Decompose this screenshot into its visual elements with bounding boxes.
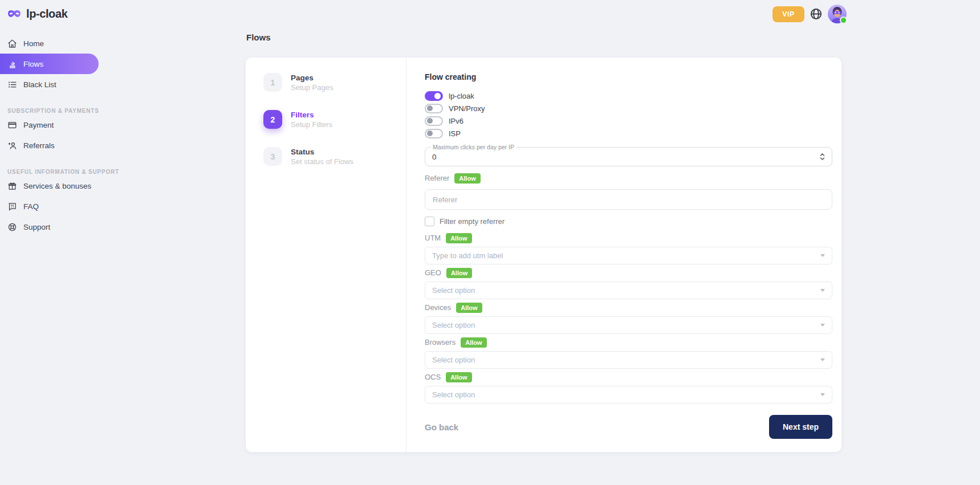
referer-allow-badge[interactable]: Allow (454, 173, 480, 184)
wizard-actions: Go back Next step (425, 415, 832, 439)
referral-user-icon (7, 141, 17, 150)
vpn-proxy-toggle[interactable] (425, 104, 443, 113)
toggle-knob (427, 118, 433, 124)
credit-card-icon (7, 120, 17, 130)
utm-select[interactable]: Type to add utm label (425, 247, 832, 264)
filter-group-geo: GEO Allow Select option (425, 267, 832, 299)
topbar-right: VIP (772, 5, 847, 23)
panel-title: Flow creating (425, 72, 832, 82)
devices-label: Devices (425, 303, 451, 312)
avatar[interactable] (828, 5, 847, 23)
sidebar-item-label: Payment (23, 121, 54, 129)
browsers-select-placeholder: Select option (432, 356, 475, 364)
step-title: Filters (291, 110, 332, 120)
sidebar-item-referrals[interactable]: Referrals (0, 135, 99, 156)
brand-name: lp-cloak (26, 7, 67, 21)
sidebar-section-support: USEFUL INFORMATION & SUPPORT (7, 168, 99, 176)
filter-empty-referrer-checkbox[interactable] (425, 217, 434, 226)
step-subtitle: Set status of Flows (291, 157, 353, 166)
filter-empty-referrer-row[interactable]: Filter empty referrer (425, 217, 832, 226)
mask-icon (7, 9, 22, 20)
max-clicks-field: Maximum clicks per day per IP (425, 147, 832, 166)
browsers-select[interactable]: Select option (425, 351, 832, 369)
step-subtitle: Setup Filters (291, 120, 332, 129)
sidebar: lp-cloak Home Flows Black List SUBSCRIPT… (0, 0, 99, 237)
max-clicks-input[interactable] (425, 153, 820, 161)
chevron-down-icon (820, 289, 825, 292)
sidebar-item-label: Referrals (23, 141, 55, 150)
stepper-down-icon[interactable] (820, 157, 825, 161)
isp-toggle[interactable] (425, 129, 443, 138)
lp-cloak-toggle[interactable] (425, 91, 443, 101)
sidebar-item-label: Services & bonuses (23, 182, 91, 190)
next-step-button[interactable]: Next step (769, 415, 832, 439)
browsers-allow-badge[interactable]: Allow (461, 337, 486, 348)
flow-creating-panel: Flow creating lp-cloak VPN/Proxy IPv6 IS… (406, 58, 841, 452)
toggle-list: lp-cloak VPN/Proxy IPv6 ISP (425, 89, 832, 140)
online-status-dot (840, 17, 847, 24)
flow-card: 1 Pages Setup Pages 2 Filters Setup Filt… (246, 58, 841, 452)
stepper-up-icon[interactable] (820, 153, 825, 157)
sidebar-nav: Home Flows Black List SUBSCRIPTION & PAY… (0, 33, 99, 237)
sidebar-item-label: Black List (23, 80, 56, 89)
chevron-down-icon (820, 324, 825, 327)
step-number: 1 (263, 73, 282, 92)
devices-select[interactable]: Select option (425, 316, 832, 334)
number-stepper (820, 153, 825, 161)
utm-allow-badge[interactable]: Allow (446, 233, 471, 243)
sidebar-item-support[interactable]: Support (0, 217, 99, 237)
filter-group-ocs: OCS Allow Select option (425, 371, 832, 404)
brand-logo[interactable]: lp-cloak (0, 0, 99, 21)
vip-badge[interactable]: VIP (772, 6, 804, 22)
toggle-row-vpn-proxy: VPN/Proxy (425, 102, 832, 115)
filter-group-utm: UTM Allow Type to add utm label (425, 232, 832, 264)
globe-icon[interactable] (810, 7, 823, 21)
sidebar-item-black-list[interactable]: Black List (0, 74, 99, 95)
geo-select[interactable]: Select option (425, 282, 832, 299)
devices-select-placeholder: Select option (432, 321, 475, 329)
sidebar-item-faq[interactable]: ?! FAQ (0, 196, 99, 217)
filter-group-browsers: Browsers Allow Select option (425, 336, 832, 369)
toggle-label: IPv6 (449, 117, 463, 125)
sidebar-item-home[interactable]: Home (0, 33, 99, 54)
step-number: 3 (263, 147, 282, 166)
step-title: Pages (291, 73, 333, 83)
sidebar-item-services[interactable]: Services & bonuses (0, 176, 99, 196)
utm-select-placeholder: Type to add utm label (432, 251, 503, 260)
chevron-down-icon (820, 254, 825, 257)
stepper: 1 Pages Setup Pages 2 Filters Setup Filt… (246, 58, 406, 452)
geo-select-placeholder: Select option (432, 286, 475, 295)
referer-label: Referer (425, 174, 449, 182)
faq-bubble-icon: ?! (7, 202, 17, 211)
ocs-select[interactable]: Select option (425, 386, 832, 404)
referer-input[interactable] (425, 189, 832, 210)
list-icon (7, 80, 17, 89)
sidebar-item-flows[interactable]: Flows (0, 54, 99, 74)
toggle-knob (427, 105, 433, 111)
flows-icon (7, 59, 17, 69)
sidebar-item-payment[interactable]: Payment (0, 115, 99, 135)
step-filters[interactable]: 2 Filters Setup Filters (263, 110, 406, 129)
toggle-knob (427, 131, 433, 136)
step-status[interactable]: 3 Status Set status of Flows (263, 147, 406, 166)
page-title: Flows (246, 32, 271, 42)
sidebar-section-subscription: SUBSCRIPTION & PAYMENTS (7, 107, 99, 115)
chevron-down-icon (820, 358, 825, 361)
browsers-label: Browsers (425, 338, 456, 347)
go-back-button[interactable]: Go back (425, 422, 458, 432)
toggle-label: ISP (449, 129, 461, 138)
geo-allow-badge[interactable]: Allow (446, 268, 472, 278)
toggle-label: VPN/Proxy (449, 104, 485, 113)
step-pages[interactable]: 1 Pages Setup Pages (263, 73, 406, 92)
svg-text:?!: ?! (10, 203, 14, 207)
toggle-label: lp-cloak (449, 92, 474, 100)
ocs-select-placeholder: Select option (432, 390, 475, 399)
devices-allow-badge[interactable]: Allow (456, 303, 482, 313)
toggle-knob (434, 93, 441, 99)
ipv6-toggle[interactable] (425, 116, 443, 126)
step-number: 2 (263, 110, 282, 129)
filter-empty-referrer-label: Filter empty referrer (440, 217, 505, 226)
toggle-row-lp-cloak: lp-cloak (425, 89, 832, 102)
ocs-allow-badge[interactable]: Allow (446, 372, 471, 382)
max-clicks-label: Maximum clicks per day per IP (430, 144, 517, 150)
